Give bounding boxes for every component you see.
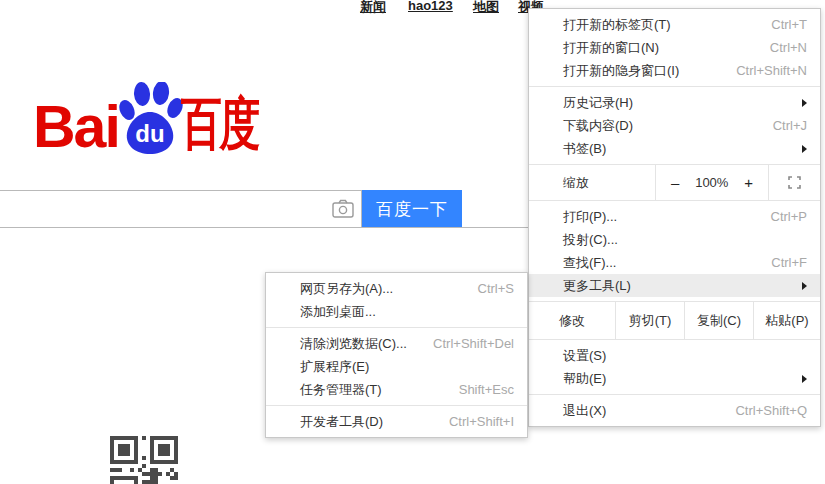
- logo-text-bai: Bai: [33, 98, 119, 157]
- menu-item-label: 打开新的标签页(T): [563, 16, 771, 34]
- menu-item-label: 下载内容(D): [563, 117, 773, 135]
- zoom-level: 100%: [695, 175, 728, 190]
- menu-item-label: 书签(B): [563, 140, 794, 158]
- menu-item-shortcut: Ctrl+J: [773, 118, 807, 133]
- menu-item-bookmarks[interactable]: 书签(B): [529, 137, 820, 160]
- menu-item-shortcut: Ctrl+P: [771, 209, 807, 224]
- menu-item-shortcut: Ctrl+F: [771, 255, 807, 270]
- menu-item-label: 查找(F)...: [563, 254, 771, 272]
- fullscreen-icon: [788, 176, 801, 189]
- nav-link-hao123[interactable]: hao123: [408, 0, 453, 13]
- menu-item-label: 设置(S): [563, 347, 807, 365]
- copy-button[interactable]: 复制(C): [684, 302, 753, 339]
- menu-item-new-tab[interactable]: 打开新的标签页(T) Ctrl+T: [529, 13, 820, 36]
- menu-item-label: 打开新的窗口(N): [563, 39, 770, 57]
- search-underline: [0, 227, 528, 228]
- menu-item-shortcut: Ctrl+Shift+N: [736, 63, 807, 78]
- submenu-arrow-icon: [802, 99, 807, 107]
- submenu-section-tools: 清除浏览数据(C)... Ctrl+Shift+Del 扩展程序(E) 任务管理…: [266, 328, 527, 406]
- menu-item-label: 清除浏览数据(C)...: [300, 335, 433, 353]
- menu-section-actions: 打印(P)... Ctrl+P 投射(C)... 查找(F)... Ctrl+F…: [529, 201, 820, 302]
- menu-item-shortcut: Shift+Esc: [459, 382, 514, 397]
- submenu-arrow-icon: [802, 282, 807, 290]
- menu-item-downloads[interactable]: 下载内容(D) Ctrl+J: [529, 114, 820, 137]
- menu-item-label: 历史记录(H): [563, 94, 794, 112]
- menu-item-help[interactable]: 帮助(E): [529, 367, 820, 390]
- more-tools-submenu: 网页另存为(A)... Ctrl+S 添加到桌面... 清除浏览数据(C)...…: [265, 272, 528, 438]
- menu-item-label: 退出(X): [563, 402, 735, 420]
- menu-item-label: 打开新的隐身窗口(I): [563, 62, 736, 80]
- fullscreen-button[interactable]: [769, 165, 820, 200]
- menu-item-label: 网页另存为(A)...: [300, 280, 478, 298]
- menu-item-save-page-as[interactable]: 网页另存为(A)... Ctrl+S: [266, 277, 527, 300]
- menu-item-clear-browsing-data[interactable]: 清除浏览数据(C)... Ctrl+Shift+Del: [266, 332, 527, 355]
- nav-link-map[interactable]: 地图: [473, 0, 499, 16]
- menu-section-exit: 退出(X) Ctrl+Shift+Q: [529, 395, 820, 426]
- submenu-section-save: 网页另存为(A)... Ctrl+S 添加到桌面...: [266, 273, 527, 328]
- menu-item-shortcut: Ctrl+Shift+Q: [735, 403, 807, 418]
- camera-icon[interactable]: [332, 199, 354, 218]
- cut-button[interactable]: 剪切(T): [615, 302, 684, 339]
- submenu-section-devtools: 开发者工具(D) Ctrl+Shift+I: [266, 406, 527, 437]
- menu-section-settings: 设置(S) 帮助(E): [529, 340, 820, 395]
- menu-item-exit[interactable]: 退出(X) Ctrl+Shift+Q: [529, 399, 820, 422]
- submenu-arrow-icon: [802, 375, 807, 383]
- search-input[interactable]: [0, 190, 362, 228]
- menu-item-label: 任务管理器(T): [300, 381, 459, 399]
- paw-icon: du: [117, 82, 183, 158]
- menu-zoom-row: 缩放 – 100% +: [529, 165, 820, 201]
- zoom-label: 缩放: [529, 165, 655, 200]
- menu-section-history: 历史记录(H) 下载内容(D) Ctrl+J 书签(B): [529, 87, 820, 165]
- svg-text:du: du: [135, 120, 164, 147]
- paste-button[interactable]: 粘贴(P): [753, 302, 820, 339]
- qr-code: [110, 436, 178, 484]
- menu-item-shortcut: Ctrl+N: [770, 40, 807, 55]
- menu-item-label: 更多工具(L): [563, 277, 794, 295]
- zoom-out-button[interactable]: –: [671, 175, 679, 190]
- chrome-app-menu: 打开新的标签页(T) Ctrl+T 打开新的窗口(N) Ctrl+N 打开新的隐…: [528, 8, 821, 427]
- menu-item-history[interactable]: 历史记录(H): [529, 91, 820, 114]
- baidu-homepage-with-chrome-menu: 新闻 hao123 地图 视频 Bai du 百度 百度一下: [0, 0, 825, 484]
- zoom-controls: – 100% +: [655, 165, 769, 200]
- menu-item-print[interactable]: 打印(P)... Ctrl+P: [529, 205, 820, 228]
- menu-item-new-incognito-window[interactable]: 打开新的隐身窗口(I) Ctrl+Shift+N: [529, 59, 820, 82]
- menu-item-settings[interactable]: 设置(S): [529, 344, 820, 367]
- menu-item-label: 投射(C)...: [563, 231, 807, 249]
- menu-item-shortcut: Ctrl+Shift+I: [449, 414, 514, 429]
- menu-item-label: 开发者工具(D): [300, 413, 449, 431]
- menu-item-cast[interactable]: 投射(C)...: [529, 228, 820, 251]
- nav-link-news[interactable]: 新闻: [360, 0, 386, 16]
- menu-item-shortcut: Ctrl+T: [771, 17, 807, 32]
- menu-item-label: 打印(P)...: [563, 208, 771, 226]
- menu-item-developer-tools[interactable]: 开发者工具(D) Ctrl+Shift+I: [266, 410, 527, 433]
- menu-item-task-manager[interactable]: 任务管理器(T) Shift+Esc: [266, 378, 527, 401]
- menu-item-extensions[interactable]: 扩展程序(E): [266, 355, 527, 378]
- submenu-arrow-icon: [802, 145, 807, 153]
- baidu-logo: Bai du 百度: [33, 80, 263, 160]
- menu-item-shortcut: Ctrl+S: [478, 281, 514, 296]
- menu-item-find[interactable]: 查找(F)... Ctrl+F: [529, 251, 820, 274]
- menu-item-label: 帮助(E): [563, 370, 794, 388]
- menu-item-label: 添加到桌面...: [300, 303, 514, 321]
- menu-edit-row: 修改 剪切(T) 复制(C) 粘贴(P): [529, 302, 820, 340]
- menu-item-shortcut: Ctrl+Shift+Del: [433, 336, 514, 351]
- menu-item-new-window[interactable]: 打开新的窗口(N) Ctrl+N: [529, 36, 820, 59]
- zoom-in-button[interactable]: +: [744, 175, 753, 190]
- menu-item-add-to-desktop[interactable]: 添加到桌面...: [266, 300, 527, 323]
- edit-label: 修改: [529, 302, 615, 339]
- logo-text-cn: 百度: [181, 95, 257, 152]
- menu-section-tabs: 打开新的标签页(T) Ctrl+T 打开新的窗口(N) Ctrl+N 打开新的隐…: [529, 9, 820, 87]
- menu-item-label: 扩展程序(E): [300, 358, 514, 376]
- menu-item-more-tools[interactable]: 更多工具(L): [529, 274, 820, 297]
- baidu-search-button[interactable]: 百度一下: [362, 190, 462, 228]
